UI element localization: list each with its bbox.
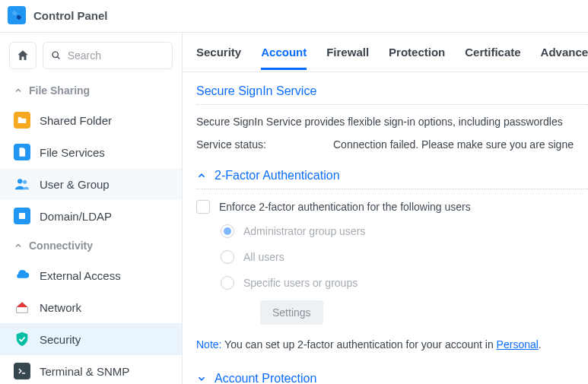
sidebar-item-label: Shared Folder: [40, 114, 112, 127]
sidebar-item-terminal-snmp[interactable]: Terminal & SNMP: [0, 355, 182, 384]
control-panel-icon: [8, 6, 26, 24]
2fa-note: Note: You can set up 2-factor authentica…: [196, 325, 588, 351]
service-status-label: Service status:: [196, 138, 333, 151]
section-header-connectivity[interactable]: Connectivity: [0, 232, 182, 259]
2fa-radio-group: Administrator group users All users Spec…: [196, 218, 588, 325]
note-text: You can set up 2-factor authentication f…: [221, 338, 496, 351]
personal-link[interactable]: Personal: [497, 338, 539, 351]
section-toggle-2fa[interactable]: 2-Factor Authentication: [196, 164, 588, 189]
section-toggle-label: 2-Factor Authentication: [215, 169, 340, 182]
radio-all-users[interactable]: All users: [221, 244, 588, 270]
terminal-icon: [14, 363, 30, 379]
users-icon: [14, 176, 30, 192]
tab-security[interactable]: Security: [196, 46, 241, 70]
titlebar: Control Panel: [0, 0, 588, 33]
radio-input[interactable]: [221, 250, 234, 264]
search-input[interactable]: [68, 49, 164, 62]
svg-line-1: [58, 57, 60, 59]
radio-admin-users[interactable]: Administrator group users: [221, 218, 588, 244]
window-title: Control Panel: [33, 9, 108, 22]
search-icon: [51, 49, 62, 62]
secure-signin-description: Secure SignIn Service provides flexible …: [196, 105, 588, 134]
sidebar-item-network[interactable]: Network: [0, 291, 182, 323]
tab-protection[interactable]: Protection: [389, 46, 445, 70]
sidebar-item-label: External Access: [40, 269, 121, 282]
cloud-icon: [14, 267, 30, 284]
house-net-icon: [14, 299, 30, 316]
sidebar-item-file-services[interactable]: File Services: [0, 136, 182, 168]
radio-input[interactable]: [221, 224, 234, 238]
radio-input[interactable]: [221, 276, 234, 290]
sidebar-item-label: Security: [40, 333, 81, 346]
shield-icon: [14, 331, 30, 348]
main-panel: Security Account Firewall Protection Cer…: [183, 33, 588, 384]
sidebar-item-label: Terminal & SNMP: [40, 365, 129, 378]
sidebar-item-label: User & Group: [40, 178, 110, 191]
chevron-up-icon: [196, 170, 207, 181]
radio-label: All users: [243, 251, 284, 263]
sidebar-item-user-group[interactable]: User & Group: [0, 168, 182, 200]
svg-point-2: [17, 179, 22, 183]
tab-account[interactable]: Account: [261, 46, 307, 70]
section-label: File Sharing: [29, 84, 90, 97]
svg-point-3: [23, 180, 27, 184]
settings-button[interactable]: Settings: [260, 300, 323, 325]
sidebar-item-domain-ldap[interactable]: Domain/LDAP: [0, 200, 182, 232]
section-header-file-sharing[interactable]: File Sharing: [0, 77, 182, 104]
note-suffix: .: [539, 338, 542, 351]
home-icon: [16, 49, 30, 62]
sidebar-item-label: File Services: [40, 146, 105, 159]
tab-bar: Security Account Firewall Protection Cer…: [183, 43, 588, 72]
home-button[interactable]: [9, 42, 37, 69]
sidebar-item-shared-folder[interactable]: Shared Folder: [0, 104, 182, 136]
sidebar-item-label: Network: [40, 301, 81, 314]
chevron-up-icon: [14, 86, 23, 95]
radio-label: Specific users or groups: [243, 277, 358, 289]
sidebar: File Sharing Shared Folder File Services…: [0, 33, 183, 384]
service-status-value: Connection failed. Please make sure you …: [333, 138, 574, 151]
section-toggle-label: Account Protection: [215, 372, 316, 384]
sidebar-item-label: Domain/LDAP: [40, 210, 112, 223]
panel-title-secure-signin: Secure SignIn Service: [196, 84, 588, 105]
sidebar-item-external-access[interactable]: External Access: [0, 259, 182, 291]
enforce-2fa-label: Enforce 2-factor authentication for the …: [219, 201, 471, 213]
svg-rect-4: [19, 213, 25, 219]
enforce-2fa-row[interactable]: Enforce 2-factor authentication for the …: [196, 189, 588, 218]
search-box[interactable]: [43, 42, 173, 69]
tab-firewall[interactable]: Firewall: [326, 46, 369, 70]
svg-point-0: [52, 52, 58, 57]
section-label: Connectivity: [29, 240, 93, 252]
sidebar-item-security[interactable]: Security: [0, 323, 182, 355]
note-prefix: Note:: [196, 338, 221, 351]
chevron-up-icon: [14, 241, 23, 250]
tab-advanced[interactable]: Advanced: [541, 46, 588, 70]
service-status-row: Service status: Connection failed. Pleas…: [196, 134, 588, 164]
tab-certificate[interactable]: Certificate: [465, 46, 520, 70]
radio-label: Administrator group users: [243, 225, 365, 237]
folder-icon: [14, 112, 30, 129]
enforce-2fa-checkbox[interactable]: [196, 200, 210, 214]
domain-icon: [14, 208, 30, 224]
radio-specific-users[interactable]: Specific users or groups: [221, 270, 588, 296]
chevron-down-icon: [196, 373, 207, 384]
file-icon: [14, 144, 30, 160]
section-toggle-account-protection[interactable]: Account Protection: [196, 367, 588, 384]
